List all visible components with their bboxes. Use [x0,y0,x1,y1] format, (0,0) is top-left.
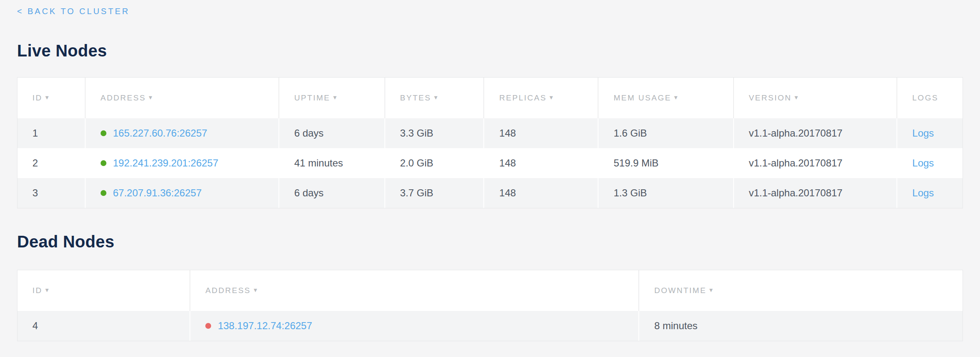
column-header-label: MEM USAGE [613,93,671,102]
dead-nodes-title: Dead Nodes [17,232,963,252]
node-mem-usage-cell: 1.6 GiB [598,118,734,148]
column-header-version[interactable]: VERSION [734,78,897,118]
back-to-cluster-link[interactable]: < BACK TO CLUSTER [17,6,130,17]
node-uptime-cell: 41 minutes [279,148,385,178]
column-header-label: ADDRESS [101,93,146,102]
dead-status-icon [205,323,211,329]
column-header-label: VERSION [749,93,792,102]
node-logs-cell: Logs [897,118,963,148]
node-bytes-cell: 3.3 GiB [385,118,485,148]
node-version-cell: v1.1-alpha.20170817 [734,118,897,148]
column-header-label: DOWNTIME [654,286,707,295]
dead-nodes-header-row: ID ADDRESS DOWNTIME [17,270,963,311]
node-address-cell: 192.241.239.201:26257 [86,148,279,178]
node-address-link[interactable]: 67.207.91.36:26257 [113,187,202,198]
node-mem-usage-cell: 519.9 MiB [598,148,734,178]
logs-link[interactable]: Logs [912,157,934,169]
sort-arrow-icon [42,93,49,102]
node-replicas-cell: 148 [484,118,598,148]
node-uptime-cell: 6 days [279,178,385,208]
node-address-link[interactable]: 192.241.239.201:26257 [113,157,219,169]
nodes-page: < BACK TO CLUSTER Live Nodes ID ADDRESS … [0,0,980,357]
live-status-icon [101,190,106,196]
dead-nodes-table: ID ADDRESS DOWNTIME 4 138.197.12.74:2625… [17,270,963,341]
node-version-cell: v1.1-alpha.20170817 [734,178,897,208]
node-address-link[interactable]: 165.227.60.76:26257 [113,127,207,139]
node-address-link[interactable]: 138.197.12.74:26257 [218,320,312,331]
table-row: 4 138.197.12.74:26257 8 minutes [17,311,963,341]
node-mem-usage-cell: 1.3 GiB [598,178,734,208]
node-replicas-cell: 148 [484,148,598,178]
column-header-downtime[interactable]: DOWNTIME [639,270,963,311]
node-id-cell: 1 [17,118,86,148]
sort-arrow-icon [792,93,798,102]
column-header-id[interactable]: ID [17,78,86,118]
sort-arrow-icon [547,93,553,102]
live-nodes-table: ID ADDRESS UPTIME BYTES REPLICAS MEM USA… [17,77,963,208]
node-downtime-cell: 8 minutes [639,311,963,341]
node-address-cell: 138.197.12.74:26257 [190,311,639,341]
column-header-address[interactable]: ADDRESS [190,270,639,311]
column-header-replicas[interactable]: REPLICAS [484,78,598,118]
column-header-label: ID [32,93,42,102]
node-bytes-cell: 3.7 GiB [385,178,485,208]
column-header-address[interactable]: ADDRESS [86,78,279,118]
logs-link[interactable]: Logs [912,187,934,198]
column-header-label: LOGS [912,93,938,102]
sort-arrow-icon [330,93,337,102]
node-uptime-cell: 6 days [279,118,385,148]
column-header-label: UPTIME [294,93,330,102]
sort-arrow-icon [42,286,49,295]
node-version-cell: v1.1-alpha.20170817 [734,148,897,178]
column-header-bytes[interactable]: BYTES [385,78,485,118]
live-nodes-title: Live Nodes [17,41,963,61]
column-header-id[interactable]: ID [17,270,190,311]
column-header-label: ID [32,286,42,295]
node-id-cell: 3 [17,178,86,208]
live-status-icon [101,130,106,136]
column-header-uptime[interactable]: UPTIME [279,78,385,118]
column-header-label: ADDRESS [205,286,251,295]
live-status-icon [101,160,106,166]
sort-arrow-icon [431,93,437,102]
node-id-cell: 4 [17,311,190,341]
node-replicas-cell: 148 [484,178,598,208]
sort-arrow-icon [707,286,713,295]
column-header-mem-usage[interactable]: MEM USAGE [598,78,734,118]
table-row: 1 165.227.60.76:26257 6 days 3.3 GiB 148… [17,118,963,148]
column-header-label: REPLICAS [499,93,547,102]
table-row: 3 67.207.91.36:26257 6 days 3.7 GiB 148 … [17,178,963,208]
live-nodes-header-row: ID ADDRESS UPTIME BYTES REPLICAS MEM USA… [17,78,963,118]
column-header-label: BYTES [400,93,431,102]
node-id-cell: 2 [17,148,86,178]
sort-arrow-icon [146,93,152,102]
sort-arrow-icon [671,93,677,102]
logs-link[interactable]: Logs [912,127,934,139]
node-logs-cell: Logs [897,148,963,178]
sort-arrow-icon [251,286,257,295]
node-bytes-cell: 2.0 GiB [385,148,485,178]
column-header-logs: LOGS [897,78,963,118]
table-row: 2 192.241.239.201:26257 41 minutes 2.0 G… [17,148,963,178]
node-address-cell: 165.227.60.76:26257 [86,118,279,148]
node-address-cell: 67.207.91.36:26257 [86,178,279,208]
node-logs-cell: Logs [897,178,963,208]
